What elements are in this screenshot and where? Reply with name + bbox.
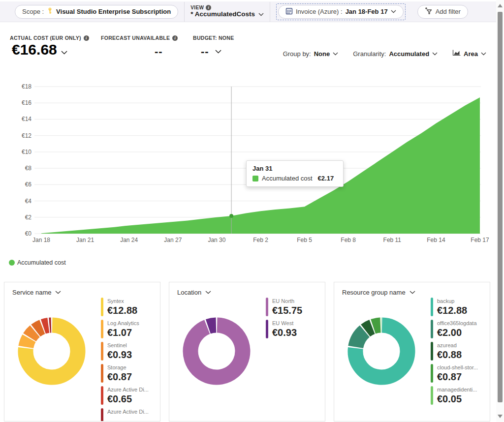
- resource-group-donut-chart[interactable]: [343, 313, 420, 390]
- svg-text:€10: €10: [22, 149, 32, 155]
- location-donut-chart[interactable]: [178, 313, 255, 390]
- calendar-icon: [285, 7, 293, 16]
- chevron-down-icon: [215, 50, 221, 54]
- info-icon: i: [84, 35, 89, 41]
- toolbar-divider: [270, 2, 270, 22]
- tooltip-series-label: Accumulated cost: [262, 175, 313, 182]
- donut-segment-azuread[interactable]: [366, 327, 372, 331]
- chevron-down-icon: [333, 52, 338, 56]
- location-card: Location EU North€15.75EU West€0.93: [169, 282, 325, 422]
- svg-text:Feb 14: Feb 14: [427, 237, 445, 243]
- legend-entry-label: backup: [437, 298, 467, 304]
- donut-legend-entry: Storage€0.87: [101, 364, 149, 383]
- svg-text:Feb 8: Feb 8: [341, 237, 356, 243]
- area-chart-icon: [452, 50, 461, 58]
- svg-text:€2: €2: [25, 214, 32, 221]
- location-dropdown[interactable]: Location: [177, 289, 211, 296]
- legend-swatch: [101, 364, 103, 383]
- legend-entry-value: €0.93: [107, 349, 132, 361]
- donut-legend-entry: Azure Active Di...: [101, 408, 149, 422]
- invoice-date-pill[interactable]: Invoice (Azure) : Jan 18-Feb 17: [278, 5, 404, 19]
- budget-value[interactable]: --: [201, 45, 221, 58]
- view-selector[interactable]: VIEW i * AccumulatedCosts: [190, 5, 264, 18]
- svg-text:Jan 18: Jan 18: [32, 237, 50, 243]
- donut-legend-entry: EU West€0.93: [266, 320, 302, 338]
- info-icon: i: [172, 35, 178, 41]
- svg-text:Jan 24: Jan 24: [120, 237, 138, 243]
- svg-text:€4: €4: [25, 198, 32, 205]
- svg-text:Jan 27: Jan 27: [164, 237, 182, 243]
- tooltip-series-swatch: [252, 176, 258, 181]
- key-icon: [47, 7, 53, 16]
- group-by-dropdown[interactable]: Group by: None: [283, 50, 339, 58]
- legend-entry-label: Sentinel: [107, 342, 132, 349]
- scroll-down-arrow-icon[interactable]: [498, 415, 503, 418]
- chevron-down-icon: [432, 52, 438, 56]
- legend-label: Accumulated cost: [17, 259, 66, 266]
- tooltip-value: €2.17: [318, 175, 334, 182]
- svg-text:Jan 21: Jan 21: [76, 237, 94, 243]
- scroll-up-arrow-icon[interactable]: [498, 4, 503, 7]
- legend-swatch: [431, 386, 433, 405]
- legend-swatch: [266, 298, 268, 316]
- donut-legend-entry: Log Analytics€1.07: [101, 320, 149, 338]
- legend-entry-label: Log Analytics: [107, 320, 139, 327]
- chart-tooltip: Jan 31 Accumulated cost €2.17: [246, 160, 344, 187]
- legend-swatch: [431, 298, 433, 316]
- resource-group-legend: backup€12.88office365logdata€2.00azuread…: [431, 298, 478, 408]
- add-filter-label: Add filter: [436, 8, 461, 15]
- service-name-legend: Syntex€12.88Log Analytics€1.07Sentinel€0…: [101, 298, 149, 422]
- legend-swatch: [431, 342, 433, 361]
- donut-legend-entry: azuread€0.88: [431, 342, 478, 361]
- chevron-down-icon: [481, 52, 486, 56]
- svg-text:€16: €16: [22, 99, 32, 106]
- chevron-down-icon: [61, 51, 67, 55]
- breakdown-cards: Service name Syntex€12.88Log Analytics€1…: [4, 282, 490, 422]
- legend-entry-value: €0.65: [107, 393, 149, 405]
- chevron-down-icon: [55, 291, 61, 294]
- donut-segment-office365logdata[interactable]: [356, 331, 365, 347]
- svg-text:€8: €8: [25, 165, 32, 172]
- legend-entry-value: €0.87: [107, 371, 132, 383]
- add-filter-button[interactable]: Add filter: [417, 5, 468, 19]
- legend-entry-value: €15.75: [272, 304, 302, 316]
- legend-entry-label: office365logdata: [437, 320, 477, 327]
- chart-legend[interactable]: Accumulated cost: [9, 259, 66, 266]
- chart-controls: Group by: None Granularity: Accumulated …: [266, 50, 486, 58]
- donut-segment-azure-active-di-[interactable]: [43, 325, 48, 326]
- legend-entry-value: €0.93: [272, 327, 297, 338]
- legend-swatch: [431, 320, 433, 338]
- legend-entry-value: €12.88: [437, 304, 467, 316]
- chart-type-dropdown[interactable]: Area: [452, 50, 486, 58]
- donut-segment-storage[interactable]: [36, 327, 42, 331]
- scope-pill[interactable]: Scope : Visual Studio Enterprise Subscri…: [15, 5, 178, 19]
- donut-segment-log-analytics[interactable]: [26, 338, 29, 347]
- granularity-dropdown[interactable]: Granularity: Accumulated: [353, 50, 438, 58]
- donut-segment-sentinel[interactable]: [30, 331, 35, 337]
- donut-legend-entry: Azure Active Di...€0.65: [101, 386, 149, 405]
- tooltip-date: Jan 31: [252, 165, 337, 172]
- actual-cost-value[interactable]: €16.68: [12, 41, 67, 58]
- scope-value: Visual Studio Enterprise Subscription: [56, 8, 171, 15]
- donut-legend-entry: cloud-shell-stor...€0.87: [431, 364, 478, 383]
- legend-swatch: [431, 364, 433, 383]
- filter-toolbar: Scope : Visual Studio Enterprise Subscri…: [0, 1, 496, 22]
- cost-analysis-page: Scope : Visual Studio Enterprise Subscri…: [0, 0, 504, 422]
- chevron-down-icon: [205, 291, 211, 294]
- vertical-scrollbar[interactable]: [496, 0, 504, 422]
- legend-swatch: [101, 298, 103, 316]
- svg-text:Jan 30: Jan 30: [208, 237, 225, 243]
- service-name-dropdown[interactable]: Service name: [12, 289, 61, 296]
- donut-segment-eu-north[interactable]: [190, 325, 243, 377]
- donut-segment-cloud-shell-stor-[interactable]: [373, 325, 380, 327]
- scrollbar-thumb[interactable]: [498, 12, 503, 402]
- legend-entry-label: Azure Active Di...: [107, 386, 149, 393]
- service-name-donut-chart[interactable]: [13, 313, 90, 390]
- service-name-card: Service name Syntex€12.88Log Analytics€1…: [4, 282, 160, 422]
- chevron-down-icon: [391, 10, 396, 13]
- legend-dot-icon: [9, 260, 15, 266]
- info-icon: i: [206, 5, 211, 10]
- donut-segment-eu-west[interactable]: [208, 325, 216, 327]
- donut-legend-entry: EU North€15.75: [266, 298, 302, 316]
- resource-group-dropdown[interactable]: Resource group name: [342, 289, 415, 296]
